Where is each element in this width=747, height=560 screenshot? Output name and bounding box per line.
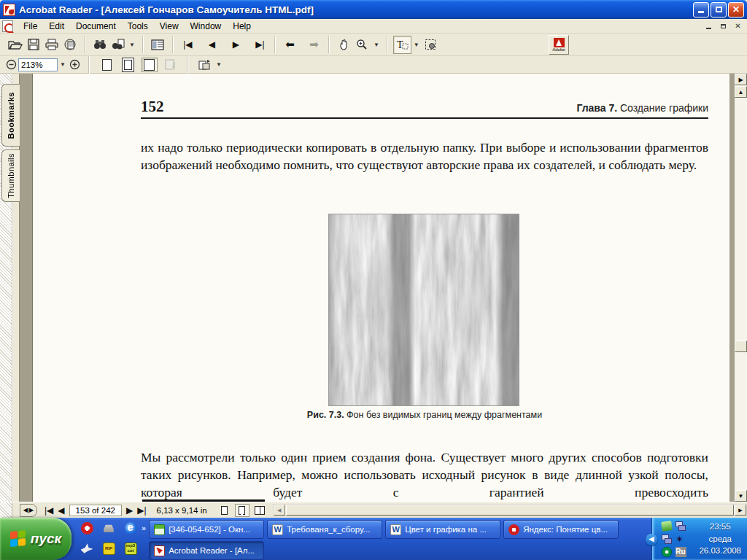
vertical-scroll-thumb[interactable] bbox=[735, 341, 747, 352]
chapter-header: Глава 7. Создание графики bbox=[576, 102, 708, 114]
search-dropdown-arrow[interactable]: ▼ bbox=[127, 42, 137, 48]
reflow-button[interactable] bbox=[163, 58, 179, 72]
pane-toggle-button[interactable]: ◀|▶ bbox=[20, 504, 37, 517]
task-word-doc-2[interactable]: WЦвет и графика на ... bbox=[385, 520, 500, 539]
restore-button[interactable] bbox=[711, 2, 727, 18]
task-acrobat-window[interactable]: Acrobat Reader - [Ал... bbox=[149, 541, 264, 560]
clock-day: среда bbox=[699, 533, 741, 545]
rip-icon[interactable]: RIP bbox=[103, 542, 115, 555]
vertical-scrollbar[interactable]: ▶ ▲ ▼ bbox=[735, 74, 747, 502]
continuous-facing-layout-button[interactable] bbox=[252, 504, 267, 517]
menu-view[interactable]: View bbox=[154, 20, 185, 33]
dove-icon[interactable] bbox=[81, 542, 93, 555]
go-back-button[interactable]: ⬅ bbox=[281, 36, 299, 54]
toolbar-overflow-button[interactable]: ▶ bbox=[735, 74, 747, 85]
horizontal-scrollbar[interactable]: ◀ ▶ bbox=[273, 504, 747, 516]
hand-tool-button[interactable] bbox=[335, 36, 353, 54]
menu-window[interactable]: Window bbox=[185, 20, 228, 33]
first-page-button[interactable]: |◀ bbox=[179, 36, 197, 54]
print-button[interactable] bbox=[42, 36, 61, 54]
fit-in-window-button[interactable] bbox=[120, 58, 136, 72]
zoom-tool-button[interactable] bbox=[353, 36, 371, 54]
zoom-level-input[interactable] bbox=[18, 58, 58, 71]
tray-clock[interactable]: 23:55 среда 26.03.2008 bbox=[699, 521, 741, 557]
go-forward-button[interactable]: ➡ bbox=[305, 36, 323, 54]
status-first-page-button[interactable]: |◀ bbox=[44, 505, 53, 516]
start-button[interactable]: пуск bbox=[0, 518, 71, 560]
continuous-layout-button[interactable] bbox=[235, 504, 249, 517]
text-select-tool-button[interactable]: T bbox=[393, 36, 411, 54]
search-button[interactable] bbox=[109, 36, 127, 54]
scroll-right-button[interactable]: ▶ bbox=[735, 505, 746, 516]
adobe-button[interactable]: Adobe bbox=[549, 35, 569, 55]
task-buttons: [346-054-652] - Окн... WТребованя_к_сбор… bbox=[149, 518, 619, 560]
binoculars-icon bbox=[93, 39, 107, 50]
menu-document[interactable]: Document bbox=[70, 20, 122, 33]
task-icq-window[interactable]: [346-054-652] - Окн... bbox=[149, 520, 264, 539]
rotate-pages-icon bbox=[198, 59, 212, 70]
previous-page-button[interactable]: ◀ bbox=[203, 36, 221, 54]
mp3cut-icon[interactable]: mp3cut bbox=[125, 542, 137, 555]
horizontal-scroll-thumb[interactable] bbox=[286, 505, 734, 516]
taskbar: пуск RIP mp3cut » [346-054-652] - Окн...… bbox=[0, 518, 747, 560]
rotate-dropdown-arrow[interactable]: ▼ bbox=[214, 61, 224, 68]
tray-collapse-chevron[interactable]: ◀ bbox=[646, 534, 657, 545]
menu-tools[interactable]: Tools bbox=[122, 20, 154, 33]
star-icon[interactable]: ✶ bbox=[676, 534, 686, 544]
close-button[interactable]: ✕ bbox=[728, 2, 744, 18]
fit-window-icon bbox=[124, 60, 132, 70]
mdi-close-button[interactable]: ✕ bbox=[732, 20, 744, 31]
menu-file[interactable]: File bbox=[18, 20, 43, 33]
car-icon[interactable] bbox=[103, 522, 115, 534]
save-button[interactable] bbox=[24, 36, 42, 54]
scroll-up-button[interactable]: ▲ bbox=[735, 86, 747, 98]
network-icon[interactable] bbox=[676, 521, 686, 531]
page-indicator[interactable]: 153 of 242 bbox=[69, 505, 122, 516]
actual-size-icon bbox=[102, 59, 112, 71]
next-page-button[interactable]: ▶ bbox=[227, 36, 245, 54]
opera-icon[interactable] bbox=[81, 522, 93, 534]
paragraph-1: их надо только периодически копировать в… bbox=[141, 139, 708, 174]
mdi-restore-button[interactable] bbox=[717, 20, 729, 31]
download-manager-icon[interactable] bbox=[661, 521, 673, 532]
task-opera-window[interactable]: Яндекс: Понятие цв... bbox=[503, 520, 619, 539]
email-button[interactable] bbox=[61, 36, 79, 54]
ie-icon[interactable] bbox=[125, 522, 137, 534]
find-button[interactable] bbox=[90, 36, 109, 54]
scroll-down-button[interactable]: ▼ bbox=[735, 490, 747, 502]
minimize-button[interactable] bbox=[693, 2, 709, 18]
last-page-button[interactable]: ▶| bbox=[251, 36, 269, 54]
magnifier-plus-icon bbox=[356, 39, 368, 50]
eye-icon[interactable] bbox=[662, 547, 672, 557]
quick-launch-chevron-icon[interactable]: » bbox=[142, 524, 146, 532]
actual-size-button[interactable] bbox=[99, 58, 115, 72]
network2-icon[interactable] bbox=[662, 534, 672, 544]
mdi-minimize-button[interactable] bbox=[703, 20, 715, 31]
zoom-in-button[interactable] bbox=[68, 58, 82, 72]
status-previous-page-button[interactable]: ◀ bbox=[58, 505, 64, 516]
single-page-layout-button[interactable] bbox=[217, 504, 232, 517]
fit-width-button[interactable] bbox=[142, 58, 158, 72]
clock-date: 26.03.2008 bbox=[699, 545, 741, 557]
rotate-view-button[interactable] bbox=[196, 58, 214, 72]
navigation-pane-button[interactable] bbox=[149, 36, 167, 54]
open-button[interactable] bbox=[6, 36, 24, 54]
tab-thumbnails[interactable]: Thumbnails bbox=[1, 149, 20, 202]
windows-flag-icon bbox=[10, 530, 26, 548]
zoom-level-dropdown-arrow[interactable]: ▼ bbox=[58, 61, 68, 68]
language-indicator[interactable]: Ru bbox=[676, 547, 686, 557]
menu-edit[interactable]: Edit bbox=[43, 20, 70, 33]
tab-bookmarks[interactable]: Bookmarks bbox=[1, 84, 20, 147]
menu-help[interactable]: Help bbox=[227, 20, 257, 33]
task-word-doc-1[interactable]: WТребованя_к_сбору... bbox=[267, 520, 382, 539]
status-next-page-button[interactable]: ▶ bbox=[126, 505, 133, 516]
select-tool-dropdown-arrow[interactable]: ▼ bbox=[411, 42, 422, 48]
zoom-out-button[interactable] bbox=[4, 58, 18, 72]
status-last-page-button[interactable]: ▶| bbox=[137, 505, 146, 516]
start-label: пуск bbox=[31, 531, 61, 547]
zoom-tool-dropdown-arrow[interactable]: ▼ bbox=[371, 42, 382, 48]
scroll-left-button[interactable]: ◀ bbox=[274, 505, 285, 516]
page-number: 152 bbox=[141, 98, 164, 116]
snapshot-tool-button[interactable] bbox=[422, 36, 440, 54]
page-size-label: 6,13 x 9,14 in bbox=[157, 506, 207, 515]
